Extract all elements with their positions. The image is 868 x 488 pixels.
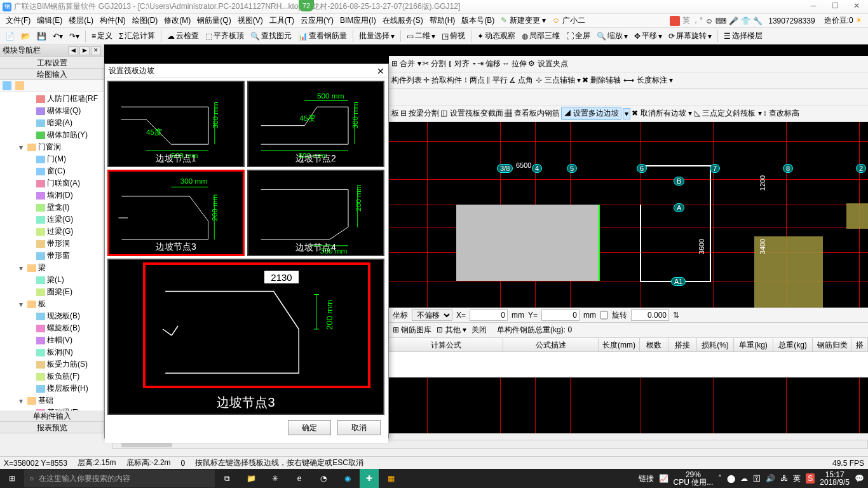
threeaux-button[interactable]: ⊹ 三点辅轴 ▾: [536, 75, 581, 86]
skin-icon[interactable]: 👕: [741, 17, 750, 25]
chgelev-button[interactable]: ↕ 查改标高: [763, 108, 799, 119]
dynview-button[interactable]: ✦ 动态观察: [475, 29, 518, 43]
col-lap[interactable]: 搭接: [668, 338, 697, 351]
tb-app3-icon[interactable]: ✚: [360, 469, 379, 488]
tree-node[interactable]: 带形窗: [0, 250, 104, 262]
menu-version[interactable]: 版本号(B): [458, 15, 498, 26]
tree-node[interactable]: 螺旋板(B): [0, 322, 104, 334]
nav-right-button[interactable]: ▶: [79, 46, 90, 55]
new-button[interactable]: 📄: [3, 30, 17, 42]
tb-app2-icon[interactable]: ◉: [336, 469, 360, 488]
draw-input-tab[interactable]: 绘图输入: [0, 69, 104, 80]
tree-node[interactable]: 壁龛(I): [0, 201, 104, 214]
new-change-button[interactable]: ✎ 新建变更 ▾: [498, 15, 549, 26]
open-button[interactable]: 📂: [18, 30, 33, 42]
tray-date[interactable]: 2018/9/5: [820, 478, 850, 486]
sogou-icon[interactable]: [670, 16, 680, 26]
split-button[interactable]: ✂ 分割: [423, 58, 446, 69]
single-input-tab[interactable]: 单构件输入: [0, 410, 104, 422]
nav-left-button[interactable]: ◀: [68, 46, 78, 55]
minimize-button[interactable]: ─: [804, 1, 822, 13]
col-uw[interactable]: 单重(kg): [734, 338, 773, 351]
tray-link[interactable]: 链接: [639, 473, 654, 484]
slope-option-1[interactable]: 45度500 mm300 mm 边坡节点1: [107, 81, 245, 167]
col-loss[interactable]: 损耗(%): [697, 338, 734, 351]
start-button[interactable]: ⊞: [0, 469, 24, 488]
cancelall-button[interactable]: ✖ 取消所有边坡 ▾: [632, 108, 692, 119]
findbar-button[interactable]: 📊 查看钢筋量: [295, 29, 349, 43]
overlook-button[interactable]: ◳ 俯视: [439, 29, 468, 43]
tray-i1[interactable]: ⬤: [727, 474, 735, 483]
selfloor-button[interactable]: ☰ 选择楼层: [721, 29, 765, 43]
col-type[interactable]: 钢筋归类: [813, 338, 852, 351]
slope-option-4[interactable]: 300 mm200 mm 边坡节点4: [247, 170, 384, 256]
tree-node[interactable]: 门(M): [0, 153, 104, 165]
offset-select[interactable]: 不偏移: [412, 309, 452, 321]
flatboard-button[interactable]: ⬚ 平齐板顶: [203, 29, 247, 43]
mic-icon[interactable]: 🎤: [729, 17, 738, 25]
splitbeam-button[interactable]: ⊟ 按梁分割: [400, 108, 439, 119]
2d-button[interactable]: ▭ 二维 ▾: [404, 29, 438, 43]
tree-node[interactable]: 墙洞(D): [0, 189, 104, 201]
parallel-button[interactable]: ∥ 平行: [486, 75, 508, 86]
save-button[interactable]: 💾: [34, 30, 49, 42]
offset-button[interactable]: ⇥ 偏移: [477, 58, 501, 69]
nav-close-button[interactable]: ✕: [91, 46, 101, 55]
slope-option-3[interactable]: 300 mm200 mm 边坡节点3: [107, 170, 245, 256]
viewbar-button[interactable]: ▦ 查看板内钢筋: [505, 108, 560, 119]
user-button[interactable]: ☺ 广小二: [549, 15, 588, 26]
slope-width-input[interactable]: [264, 270, 299, 284]
col-tw[interactable]: 总重(kg): [773, 338, 813, 351]
tb-fan-icon[interactable]: ✳: [263, 469, 287, 488]
tree-node[interactable]: ▾基础: [0, 395, 104, 407]
maximize-button[interactable]: ☐: [826, 1, 844, 13]
batch-button[interactable]: 批量选择 ▾: [356, 29, 397, 43]
close-rebar-button[interactable]: 关闭: [471, 325, 487, 336]
slope-option-2[interactable]: 500 mm600 mm45变300 mm 边坡节点2: [247, 81, 384, 167]
tree-node[interactable]: 砌体加筋(Y): [0, 129, 104, 141]
delaux-button[interactable]: ✖ 删除辅轴: [582, 75, 621, 86]
tb-app1-icon[interactable]: ◔: [311, 469, 336, 488]
tree-collapse-icon[interactable]: [15, 81, 24, 90]
tree-node[interactable]: 窗(C): [0, 165, 104, 177]
tree-node[interactable]: 过梁(G): [0, 226, 104, 238]
tray-ime[interactable]: 英: [793, 473, 801, 484]
emoji-icon[interactable]: ☺: [705, 17, 713, 25]
local3d-button[interactable]: ◍ 局部三维: [519, 29, 562, 43]
col-formula[interactable]: 计算公式: [389, 338, 503, 351]
rot-input[interactable]: [631, 309, 669, 321]
menu-tool[interactable]: 工具(T): [266, 15, 297, 26]
menu-file[interactable]: 文件(F): [3, 15, 34, 26]
undo-button[interactable]: ↶▾: [50, 30, 65, 42]
board-button[interactable]: 板: [391, 108, 399, 119]
cancel-button[interactable]: 取消: [337, 420, 381, 435]
merge-button[interactable]: ⊞ 合并 ▾: [391, 58, 421, 69]
redo-button[interactable]: ↷▾: [67, 30, 82, 42]
col-len[interactable]: 长度(mm): [599, 338, 640, 351]
tree-node[interactable]: 人防门框墙(RF: [0, 93, 104, 105]
taskview-button[interactable]: ⧉: [215, 469, 239, 488]
menu-component[interactable]: 构件(N): [97, 15, 129, 26]
tree-node[interactable]: 板负筋(F): [0, 370, 104, 383]
slab-region[interactable]: [456, 205, 599, 281]
tray-vol-icon[interactable]: 🔊: [766, 474, 775, 483]
complist-button[interactable]: 构件列表: [391, 75, 422, 86]
tb-edge-icon[interactable]: e: [287, 469, 311, 488]
menu-view[interactable]: 视图(V): [234, 15, 266, 26]
define-button[interactable]: ≡ 定义: [89, 29, 115, 43]
y-input[interactable]: [541, 309, 580, 321]
tree-expand-icon[interactable]: [3, 81, 11, 90]
col-count[interactable]: 根数: [640, 338, 668, 351]
zoom-button[interactable]: 🔍 缩放 ▾: [594, 29, 630, 43]
setsec-button[interactable]: ◫ 设置筏板变截面: [440, 108, 503, 119]
tree-node[interactable]: 梁(L): [0, 274, 104, 286]
tray-expand-icon[interactable]: ˄: [718, 474, 722, 483]
pan-button[interactable]: ✥ 平移 ▾: [632, 29, 665, 43]
keyboard-icon[interactable]: ⌨: [715, 17, 726, 25]
cloudcheck-button[interactable]: ☁ 云检查: [165, 29, 201, 43]
rotate-button[interactable]: ⟳ 屏幕旋转 ▾: [666, 29, 714, 43]
tree-node[interactable]: ▾梁: [0, 262, 104, 274]
menu-online[interactable]: 在线服务(S): [379, 15, 426, 26]
tree-node[interactable]: 柱帽(V): [0, 334, 104, 346]
tb-app4-icon[interactable]: ▦: [379, 469, 403, 488]
